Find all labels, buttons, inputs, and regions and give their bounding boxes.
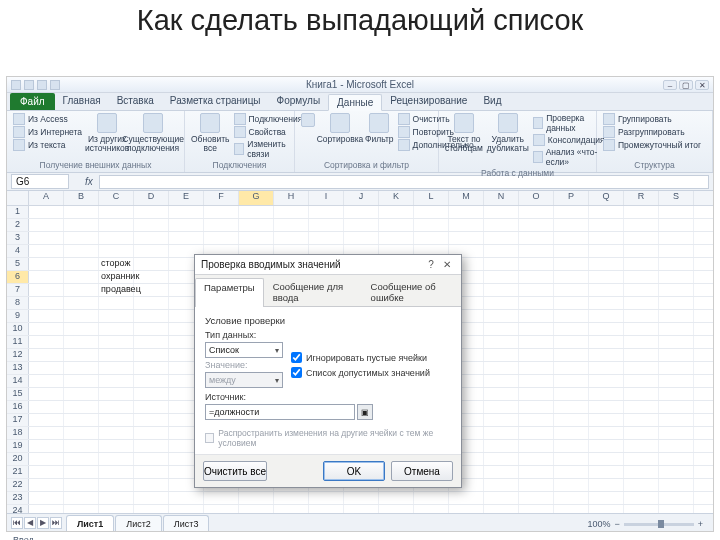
cell[interactable]	[624, 492, 659, 504]
column-header[interactable]: F	[204, 191, 239, 205]
group-button[interactable]: Группировать	[603, 113, 701, 125]
row-header[interactable]: 9	[7, 310, 29, 322]
cell[interactable]	[134, 310, 169, 322]
cell[interactable]	[29, 336, 64, 348]
cell[interactable]	[659, 414, 694, 426]
cell[interactable]	[449, 492, 484, 504]
cell[interactable]	[134, 375, 169, 387]
cell[interactable]	[624, 258, 659, 270]
cell[interactable]	[134, 466, 169, 478]
cell[interactable]	[239, 492, 274, 504]
cell[interactable]	[624, 414, 659, 426]
cell[interactable]	[519, 375, 554, 387]
cell[interactable]	[554, 466, 589, 478]
cell[interactable]	[134, 492, 169, 504]
cell[interactable]	[29, 232, 64, 244]
cell[interactable]	[449, 219, 484, 231]
cell[interactable]	[99, 297, 134, 309]
cell[interactable]	[99, 362, 134, 374]
sheet-tab[interactable]: Лист3	[163, 515, 210, 531]
column-header[interactable]: S	[659, 191, 694, 205]
cell[interactable]	[29, 375, 64, 387]
row-header[interactable]: 7	[7, 284, 29, 296]
cell[interactable]	[169, 232, 204, 244]
row-header[interactable]: 10	[7, 323, 29, 335]
cell[interactable]	[554, 297, 589, 309]
row-header[interactable]: 5	[7, 258, 29, 270]
cell[interactable]	[519, 323, 554, 335]
cell[interactable]	[519, 297, 554, 309]
cell[interactable]	[519, 453, 554, 465]
cell[interactable]	[519, 219, 554, 231]
cell[interactable]	[624, 336, 659, 348]
cell[interactable]	[239, 219, 274, 231]
row-header[interactable]: 3	[7, 232, 29, 244]
row-header[interactable]: 16	[7, 401, 29, 413]
cell[interactable]	[624, 479, 659, 491]
cell[interactable]	[64, 414, 99, 426]
cell[interactable]	[379, 232, 414, 244]
cell[interactable]	[519, 271, 554, 283]
cell[interactable]	[589, 505, 624, 513]
tab-error-alert[interactable]: Сообщение об ошибке	[362, 277, 461, 306]
cell[interactable]	[624, 388, 659, 400]
ribbon-tab[interactable]: Данные	[328, 94, 382, 111]
cell[interactable]: сторож	[99, 258, 134, 270]
sheet-nav-buttons[interactable]: ⏮◀▶⏭	[7, 517, 66, 529]
cell[interactable]	[134, 401, 169, 413]
cell[interactable]	[624, 401, 659, 413]
select-all-corner[interactable]	[7, 191, 29, 205]
cell[interactable]	[624, 245, 659, 257]
cell[interactable]	[484, 297, 519, 309]
cell[interactable]	[659, 362, 694, 374]
cell[interactable]	[309, 232, 344, 244]
cell[interactable]	[204, 505, 239, 513]
cell[interactable]	[519, 336, 554, 348]
cell[interactable]	[624, 310, 659, 322]
cell[interactable]	[134, 362, 169, 374]
cell[interactable]	[64, 271, 99, 283]
cell[interactable]	[624, 505, 659, 513]
cancel-button[interactable]: Отмена	[391, 461, 453, 481]
cell[interactable]	[589, 492, 624, 504]
cell[interactable]	[659, 219, 694, 231]
cell[interactable]	[134, 453, 169, 465]
column-header[interactable]: C	[99, 191, 134, 205]
ribbon-tab[interactable]: Вид	[475, 93, 509, 110]
cell[interactable]	[169, 492, 204, 504]
cell[interactable]	[99, 427, 134, 439]
cell[interactable]	[99, 388, 134, 400]
cell[interactable]	[64, 206, 99, 218]
cell[interactable]	[134, 232, 169, 244]
cell[interactable]	[624, 206, 659, 218]
cell[interactable]	[309, 219, 344, 231]
column-header[interactable]: H	[274, 191, 309, 205]
cell[interactable]	[624, 362, 659, 374]
cell[interactable]	[449, 232, 484, 244]
cell[interactable]	[589, 401, 624, 413]
text-to-columns-button[interactable]: Текст по столбцам	[445, 113, 483, 154]
connections-button[interactable]: Подключения	[234, 113, 303, 125]
row-header[interactable]: 6	[7, 271, 29, 283]
cell[interactable]	[554, 375, 589, 387]
cell[interactable]	[659, 401, 694, 413]
cell[interactable]	[344, 505, 379, 513]
cell[interactable]	[554, 284, 589, 296]
row-header[interactable]: 12	[7, 349, 29, 361]
minimize-button[interactable]: –	[663, 80, 677, 90]
maximize-button[interactable]: ▢	[679, 80, 693, 90]
cell[interactable]	[554, 453, 589, 465]
column-header[interactable]: A	[29, 191, 64, 205]
cell[interactable]	[344, 219, 379, 231]
cell[interactable]	[64, 362, 99, 374]
cell[interactable]	[484, 206, 519, 218]
row-header[interactable]: 2	[7, 219, 29, 231]
cell[interactable]	[589, 479, 624, 491]
cell[interactable]	[519, 492, 554, 504]
ribbon-tab[interactable]: Формулы	[269, 93, 329, 110]
cell[interactable]	[554, 492, 589, 504]
cell[interactable]	[64, 479, 99, 491]
cell[interactable]	[624, 440, 659, 452]
cell[interactable]	[99, 466, 134, 478]
cell[interactable]	[554, 349, 589, 361]
